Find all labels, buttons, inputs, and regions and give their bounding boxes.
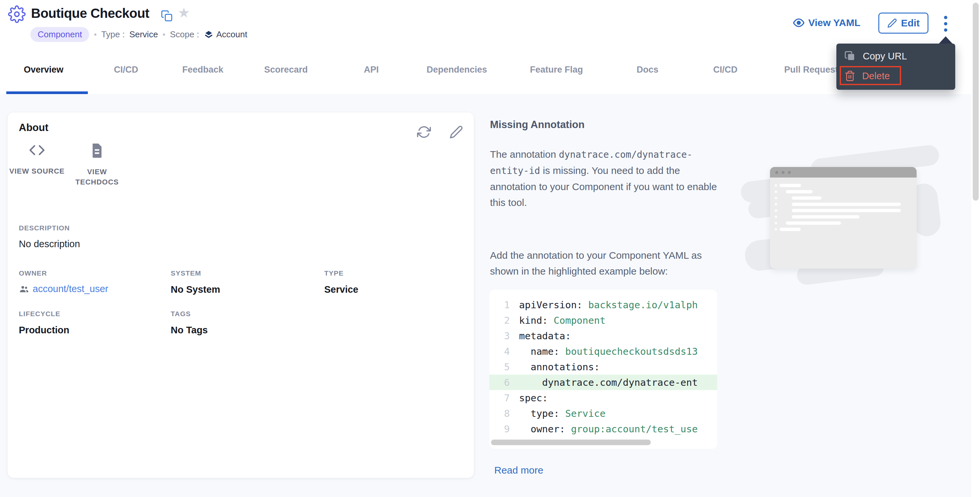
tab-api[interactable]: API <box>364 65 379 75</box>
system-label: SYSTEM <box>171 269 201 277</box>
menu-item-copy-url[interactable]: Copy URL <box>836 48 955 64</box>
illustration-bullet <box>775 184 777 187</box>
annotation-paragraph: The annotation dynatrace.com/dynatrace-e… <box>490 146 726 211</box>
illustration-bullet <box>775 228 777 231</box>
code-line-highlighted: 6 dynatrace.com/dynatrace-ent <box>489 375 717 390</box>
group-people-icon <box>19 284 29 294</box>
tab-scorecard[interactable]: Scorecard <box>264 65 308 75</box>
view-source-label: VIEW SOURCE <box>7 166 67 176</box>
edit-button[interactable]: Edit <box>878 13 929 34</box>
tags-label: TAGS <box>171 310 191 318</box>
para1-before: The annotation <box>490 149 559 160</box>
code-line: 4 name: boutiquecheckoutsdsds13 <box>489 343 717 359</box>
edit-label: Edit <box>901 17 920 29</box>
yaml-code-block: 1apiVersion: backstage.io/v1alph 2kind: … <box>489 290 717 449</box>
tab-docs[interactable]: Docs <box>636 65 659 75</box>
read-more-link[interactable]: Read more <box>494 465 543 476</box>
pencil-icon <box>887 18 897 28</box>
illustration-line <box>786 221 841 225</box>
description-label: DESCRIPTION <box>19 224 70 232</box>
scope-value: Account <box>216 29 247 40</box>
browser-window-illustration <box>770 167 916 268</box>
header: Boutique Checkout ★ Component • Type : S… <box>0 0 980 47</box>
code-line: 3metadata: <box>489 328 717 343</box>
separator-dot: • <box>94 30 96 39</box>
tab-feature-flag[interactable]: Feature Flag <box>530 65 583 75</box>
tab-feedback[interactable]: Feedback <box>182 65 224 75</box>
lifecycle-value: Production <box>19 325 69 336</box>
tab-pull-requests[interactable]: Pull Requests <box>784 65 843 75</box>
owner-label: OWNER <box>19 269 47 277</box>
code-line: 9 owner: group:account/test_use <box>489 421 717 437</box>
separator-dot: • <box>162 30 165 39</box>
lifecycle-label: LIFECYCLE <box>19 310 60 318</box>
code-horizontal-scrollbar[interactable] <box>491 440 651 445</box>
code-line: 7spec: <box>489 390 717 406</box>
scope-value-group: Account <box>204 29 247 40</box>
refresh-icon[interactable] <box>417 125 431 139</box>
component-gear-icon <box>8 5 26 23</box>
entity-meta-row: Component • Type : Service • Scope : Acc… <box>30 27 247 42</box>
tab-dependencies[interactable]: Dependencies <box>426 65 487 75</box>
context-menu: Copy URL Delete <box>836 44 955 90</box>
code-line: 8 type: Service <box>489 406 717 421</box>
delete-label: Delete <box>862 71 890 81</box>
copy-icon <box>844 50 856 62</box>
about-card-title: About <box>19 122 49 133</box>
tab-overview[interactable]: Overview <box>24 65 64 75</box>
illustration-bullet <box>775 209 777 212</box>
type-label: Type : <box>101 29 125 40</box>
more-options-kebab-button[interactable] <box>940 13 951 34</box>
illustration-line <box>786 190 813 194</box>
code-line: 1apiVersion: backstage.io/v1alph <box>489 297 717 313</box>
menu-item-delete[interactable]: Delete <box>836 68 955 84</box>
system-value: No System <box>171 284 220 295</box>
favorite-star-icon[interactable]: ★ <box>178 5 190 21</box>
trash-icon <box>844 70 856 81</box>
type-value: Service <box>324 284 358 295</box>
illustration-line <box>792 215 859 219</box>
vertical-scrollbar-track <box>971 0 980 497</box>
code-line: 5 annotations: <box>489 359 717 375</box>
tags-value: No Tags <box>171 325 208 336</box>
view-techdocs-label: VIEW TECHDOCS <box>67 167 127 187</box>
eye-icon <box>793 17 804 29</box>
illustration-bullet <box>775 191 777 193</box>
view-yaml-label: View YAML <box>808 17 861 29</box>
illustration-line <box>780 228 801 231</box>
about-card: About VIEW SOURCE <box>8 113 474 478</box>
copy-url-label: Copy URL <box>863 51 907 62</box>
page-title: Boutique Checkout <box>31 6 149 21</box>
description-value: No description <box>19 238 80 249</box>
page: Boutique Checkout ★ Component • Type : S… <box>0 0 980 497</box>
layers-icon <box>204 30 214 40</box>
vertical-scrollbar-thumb[interactable] <box>973 3 979 201</box>
illustration-bullet <box>775 222 777 224</box>
tab-bar: Overview CI/CD Feedback Scorecard API De… <box>0 47 980 94</box>
illustration-line <box>792 209 901 212</box>
illustration-line <box>792 203 901 206</box>
annotation-instruction: Add the annotation to your Component YAM… <box>490 248 714 279</box>
illustration-bullet <box>775 203 777 206</box>
scope-label: Scope : <box>170 29 199 40</box>
tab-cicd-2[interactable]: CI/CD <box>713 65 738 75</box>
illustration-bullet <box>775 216 777 218</box>
owner-link[interactable]: account/test_user <box>19 283 108 294</box>
illustration-titlebar <box>770 167 916 178</box>
view-yaml-button[interactable]: View YAML <box>793 17 861 29</box>
view-techdocs-button[interactable]: VIEW TECHDOCS <box>69 143 125 187</box>
code-brackets-icon <box>29 143 46 157</box>
view-source-button[interactable]: VIEW SOURCE <box>9 143 65 176</box>
illustration-line <box>792 196 821 200</box>
owner-value: account/test_user <box>33 283 108 294</box>
document-icon <box>91 143 104 158</box>
copy-name-icon[interactable] <box>161 10 173 22</box>
active-tab-indicator <box>6 91 88 94</box>
kind-badge: Component <box>30 27 89 42</box>
illustration-bullet <box>775 197 777 199</box>
tab-cicd[interactable]: CI/CD <box>114 65 138 75</box>
type-label: TYPE <box>324 269 344 277</box>
type-value: Service <box>129 29 158 40</box>
code-line: 2kind: Component <box>489 313 717 328</box>
edit-about-pencil-icon[interactable] <box>449 125 463 139</box>
